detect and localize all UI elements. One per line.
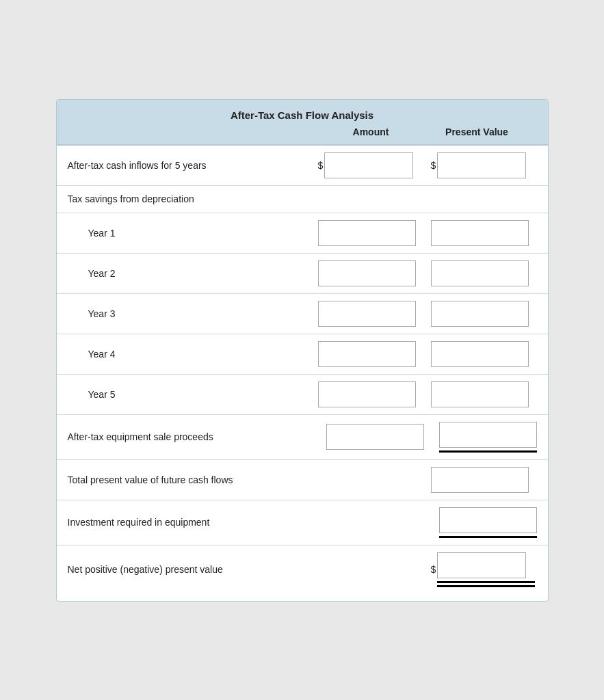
row-year5: Year 5 xyxy=(57,374,548,414)
inputs-year1 xyxy=(318,220,537,246)
inputs-year3 xyxy=(318,301,537,327)
inputs-cash-inflows: $ $ xyxy=(318,152,537,178)
row-year4: Year 4 xyxy=(57,334,548,374)
label-total-pv: Total present value of future cash flows xyxy=(68,474,318,485)
cash-flow-table: After-Tax Cash Flow Analysis Amount Pres… xyxy=(56,99,549,602)
amount-input-group-equipment-sale xyxy=(326,424,432,450)
label-tax-savings-header: Tax savings from depreciation xyxy=(68,193,537,204)
pv-input-wrapper-net-pv xyxy=(437,552,535,587)
pv-input-group-net-pv: $ xyxy=(431,552,537,587)
pv-input-year2[interactable] xyxy=(431,260,529,286)
amount-input-group-year4 xyxy=(318,341,424,367)
inputs-net-pv: $ xyxy=(318,552,537,587)
pv-input-wrapper-equipment-sale xyxy=(439,422,537,453)
inputs-year5 xyxy=(318,381,537,407)
dollar-sign-pv: $ xyxy=(431,160,436,171)
label-year1: Year 1 xyxy=(68,228,318,239)
label-year4: Year 4 xyxy=(68,349,318,360)
amount-column-header: Amount xyxy=(318,126,424,137)
pv-input-year1[interactable] xyxy=(431,220,529,246)
table-header: After-Tax Cash Flow Analysis Amount Pres… xyxy=(57,100,548,144)
label-equipment-sale: After-tax equipment sale proceeds xyxy=(68,431,326,442)
row-year2: Year 2 xyxy=(57,253,548,293)
table-title: After-Tax Cash Flow Analysis xyxy=(68,109,537,121)
pv-input-investment[interactable] xyxy=(439,507,537,533)
pv-input-group-year1 xyxy=(431,220,537,246)
inputs-year4 xyxy=(318,341,537,367)
pv-input-year3[interactable] xyxy=(431,301,529,327)
pv-column-header: Present Value xyxy=(424,126,530,137)
pv-input-group-year4 xyxy=(431,341,537,367)
label-cash-inflows: After-tax cash inflows for 5 years xyxy=(68,160,318,171)
amount-input-group-cash-inflows: $ xyxy=(318,152,424,178)
amount-input-group-year1 xyxy=(318,220,424,246)
label-investment: Investment required in equipment xyxy=(68,517,326,528)
label-net-pv: Net positive (negative) present value xyxy=(68,564,318,575)
amount-input-equipment-sale[interactable] xyxy=(326,424,424,450)
pv-double-underline-net-pv xyxy=(437,581,535,587)
amount-input-year2[interactable] xyxy=(318,260,416,286)
row-total-pv: Total present value of future cash flows xyxy=(57,459,548,500)
row-year3: Year 3 xyxy=(57,293,548,334)
row-year1: Year 1 xyxy=(57,213,548,253)
row-investment: Investment required in equipment xyxy=(57,500,548,545)
pv-input-cash-inflows[interactable] xyxy=(437,152,526,178)
label-year3: Year 3 xyxy=(68,308,318,319)
row-net-pv: Net positive (negative) present value $ xyxy=(57,545,548,594)
amount-input-year1[interactable] xyxy=(318,220,416,246)
row-cash-inflows: After-tax cash inflows for 5 years $ $ xyxy=(57,144,548,185)
inputs-total-pv xyxy=(318,467,537,493)
amount-input-year4[interactable] xyxy=(318,341,416,367)
label-year5: Year 5 xyxy=(68,389,318,400)
amount-input-year5[interactable] xyxy=(318,381,416,407)
pv-input-group-year2 xyxy=(431,260,537,286)
inputs-investment xyxy=(326,507,537,538)
label-year2: Year 2 xyxy=(68,268,318,279)
column-headers: Amount Present Value xyxy=(68,126,537,137)
row-tax-savings-header: Tax savings from depreciation xyxy=(57,185,548,213)
pv-input-group-year3 xyxy=(431,301,537,327)
pv-input-total-pv[interactable] xyxy=(431,467,529,493)
amount-input-cash-inflows[interactable] xyxy=(324,152,413,178)
pv-input-group-year5 xyxy=(431,381,537,407)
table-body: After-tax cash inflows for 5 years $ $ T… xyxy=(57,144,548,594)
pv-input-year4[interactable] xyxy=(431,341,529,367)
inputs-equipment-sale xyxy=(326,422,537,453)
pv-input-equipment-sale[interactable] xyxy=(439,422,537,448)
row-equipment-sale: After-tax equipment sale proceeds xyxy=(57,414,548,459)
dollar-sign-amount: $ xyxy=(318,160,324,171)
pv-input-wrapper-investment xyxy=(439,507,537,538)
pv-underline-equipment-sale xyxy=(439,450,537,453)
amount-input-year3[interactable] xyxy=(318,301,416,327)
amount-input-group-year3 xyxy=(318,301,424,327)
pv-underline-investment xyxy=(439,536,537,538)
inputs-year2 xyxy=(318,260,537,286)
pv-input-group-total-pv xyxy=(431,467,537,493)
pv-input-group-cash-inflows: $ xyxy=(431,152,537,178)
amount-input-group-year2 xyxy=(318,260,424,286)
dollar-sign-net-pv: $ xyxy=(431,564,436,575)
pv-input-year5[interactable] xyxy=(431,381,529,407)
pv-input-net-pv[interactable] xyxy=(437,552,526,578)
amount-input-group-year5 xyxy=(318,381,424,407)
